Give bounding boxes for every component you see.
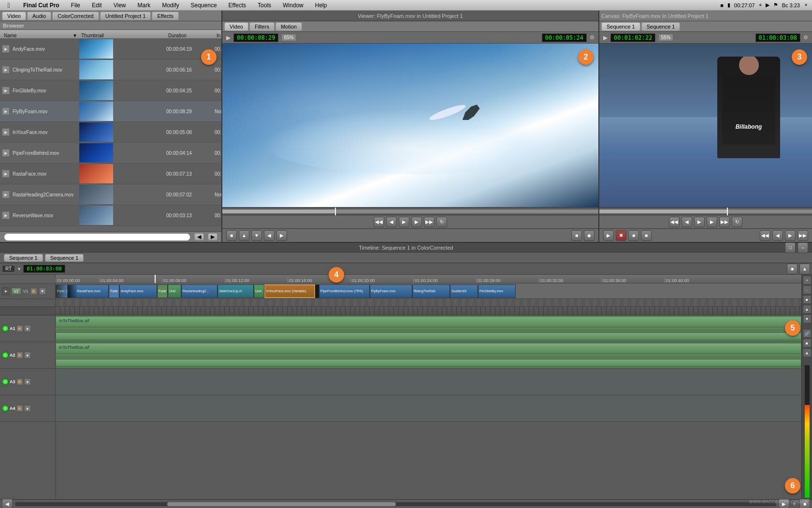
canvas-tool-8[interactable]: ▶▶ — [798, 230, 808, 241]
v1-vis[interactable]: ■ — [39, 288, 46, 295]
v1-lock[interactable]: 🔒 — [30, 288, 37, 295]
a1-lock[interactable]: 🔒 — [16, 325, 23, 332]
list-item[interactable]: ▶ FlyByFoam.mov 00:00:08:29 Not Set 00:0… — [0, 101, 221, 122]
menu-mark[interactable]: Mark — [136, 2, 153, 9]
canvas-tool-3[interactable]: ■ — [628, 230, 639, 241]
a1-active[interactable] — [2, 325, 9, 332]
canvas-play[interactable]: ▶ — [694, 217, 705, 227]
tab-canvas-seq2[interactable]: Sequence 1 — [641, 22, 681, 31]
tab-audio[interactable]: Audio — [27, 12, 51, 20]
rt-dropdown[interactable]: ▼ — [17, 267, 21, 271]
viewer-match-frame[interactable]: ■ — [571, 230, 582, 241]
viewer-scrubber[interactable] — [222, 207, 598, 215]
a4-lock[interactable]: 🔒 — [16, 405, 23, 412]
canvas-tool-4[interactable]: ■ — [641, 230, 652, 241]
clip-pipefrom[interactable]: PipeFromBehind.mov (75%) — [319, 284, 370, 298]
viewer-tool-2[interactable]: ▲ — [239, 230, 249, 241]
prev-btn[interactable]: ◀ — [194, 233, 204, 240]
menu-fcp[interactable]: Final Cut Pro — [21, 2, 61, 9]
canvas-tool-render[interactable]: ▶ — [603, 230, 614, 241]
a4-active[interactable] — [2, 405, 9, 412]
sidebar-clip-height-down[interactable]: ▼ — [803, 314, 812, 323]
clip-fade2[interactable]: Fade 1 — [109, 284, 119, 298]
clip-rasta-heading[interactable]: RastaHeading2... — [181, 284, 218, 298]
canvas-go-end[interactable]: ▶▶ — [719, 217, 730, 227]
a2-lock[interactable]: 🔒 — [16, 352, 23, 359]
menu-file[interactable]: File — [69, 2, 82, 9]
menu-modify[interactable]: Modify — [160, 2, 181, 9]
canvas-tool-7[interactable]: ▶ — [785, 230, 796, 241]
a3-lock[interactable]: 🔒 — [16, 378, 23, 385]
canvas-tool-5[interactable]: ◀◀ — [760, 230, 770, 241]
menu-sequence[interactable]: Sequence — [189, 2, 219, 9]
canvas-go-start[interactable]: ◀◀ — [669, 217, 680, 227]
list-item[interactable]: ▶ RastaHeading2Camera.mov 00:00:07:02 No… — [0, 184, 221, 205]
canvas-scrubber[interactable] — [599, 207, 812, 215]
clip-inyourface[interactable]: InYourFace.mov (Variable) — [264, 284, 315, 298]
tab-video[interactable]: Video — [2, 12, 26, 20]
viewer-tool-4[interactable]: ◀ — [264, 230, 275, 241]
sidebar-zoom-out[interactable]: - — [803, 285, 812, 294]
tl-scroll-track[interactable] — [14, 502, 777, 507]
viewer-tool-3[interactable]: ▼ — [251, 230, 262, 241]
list-item[interactable]: ▶ ClingingToTheRail.mov 00:00:06:16 00:0… — [0, 60, 221, 80]
clip-riding[interactable]: RidingTheRail. — [412, 284, 450, 298]
a3-mute[interactable]: ■ — [24, 378, 31, 385]
menu-help[interactable]: Help — [313, 2, 329, 9]
sidebar-clip-height[interactable]: ▲ — [803, 305, 812, 314]
sidebar-fit[interactable]: ■ — [803, 295, 812, 304]
tab-viewer-video[interactable]: Video — [224, 22, 248, 31]
list-item[interactable]: ▶ PipeFromBehind.mov 00:00:04:14 00:00:0… — [0, 143, 221, 164]
loop-btn[interactable]: ↻ — [436, 217, 447, 227]
v1-button[interactable]: v1 — [12, 288, 21, 295]
menu-tools[interactable]: Tools — [256, 2, 273, 9]
go-end-btn[interactable]: ▶▶ — [424, 217, 435, 227]
canvas-zoom[interactable]: 55% — [658, 34, 673, 41]
clip-slideoverlip[interactable]: SlideOverLip.m — [218, 284, 254, 298]
list-item[interactable]: ▶ RastaFace.mov 00:00:07:13 00:00:01:00 … — [0, 164, 221, 184]
menu-window[interactable]: Window — [281, 2, 305, 9]
a2-active[interactable] — [2, 352, 9, 359]
list-item[interactable]: ▶ ReverseWave.mov 00:00:03:13 00:00:00:1… — [0, 205, 221, 226]
clip-finglide[interactable]: FinGlideBy.mov — [478, 284, 516, 298]
a2-mute[interactable]: ■ — [24, 352, 31, 359]
tab-viewer-motion[interactable]: Motion — [276, 22, 302, 31]
prev-frame-btn[interactable]: ◀ — [386, 217, 397, 227]
a3-active[interactable] — [2, 378, 9, 385]
list-item[interactable]: ▶ FinGlideBy.mov 00:00:04:25 00:00:04:06… — [0, 80, 221, 101]
list-item[interactable]: ▶ AndyFace.mov 00:00:04:19 00:00:00:16 0… — [0, 39, 221, 60]
timeline-maximize[interactable]: □ — [785, 242, 796, 253]
sidebar-snapping[interactable]: ■ — [803, 339, 812, 347]
audio-clip-a2[interactable]: InToTheBlue.aif — [56, 343, 801, 354]
sidebar-zoom-in[interactable]: + — [803, 276, 812, 284]
viewer-ganged[interactable]: ◆ — [584, 230, 594, 241]
sidebar-link[interactable]: 🔗 — [803, 329, 812, 338]
viewer-zoom[interactable]: 65% — [281, 34, 296, 41]
viewer-tool-5[interactable]: ▶ — [276, 230, 287, 241]
clip-sudden[interactable]: SuddenDr — [450, 284, 478, 298]
viewer-settings-icon[interactable]: ⚙ — [590, 34, 594, 41]
apple-menu[interactable]:  — [4, 1, 14, 9]
list-item[interactable]: ▶ InYourFace.mov 00:00:05:08 00:00:03:23… — [0, 122, 221, 143]
next-btn[interactable]: ▶ — [208, 233, 218, 240]
go-start-btn[interactable]: ◀◀ — [374, 217, 384, 227]
canvas-next-frame[interactable]: ▶ — [707, 217, 717, 227]
clip-und1[interactable]: Und — [168, 284, 181, 298]
tl-tool-1[interactable]: ■ — [787, 264, 798, 274]
play-btn[interactable]: ▶ — [399, 217, 409, 227]
tab-canvas-seq1[interactable]: Sequence 1 — [601, 22, 640, 31]
canvas-tool-x[interactable]: ✖ — [616, 230, 626, 241]
clip-fade1-rasta[interactable]: Fade 1 — [56, 284, 68, 298]
menu-effects[interactable]: Effects — [227, 2, 248, 9]
next-frame-btn[interactable]: ▶ — [411, 217, 422, 227]
menu-edit[interactable]: Edit — [90, 2, 104, 9]
tab-effects[interactable]: Effects — [152, 12, 178, 20]
col-duration[interactable]: Duration — [166, 33, 215, 38]
timeline-timecode[interactable]: 01:00:03:08 — [23, 265, 65, 273]
canvas-prev-frame[interactable]: ◀ — [682, 217, 692, 227]
clip-fade3[interactable]: Fade 1 — [157, 284, 168, 298]
viewer-timecode[interactable]: 00:00:08:29 — [233, 33, 278, 42]
col-name[interactable]: Name ▼ — [2, 33, 79, 38]
tl-tool-2[interactable]: ▲ — [799, 264, 810, 274]
canvas-loop[interactable]: ↻ — [732, 217, 742, 227]
